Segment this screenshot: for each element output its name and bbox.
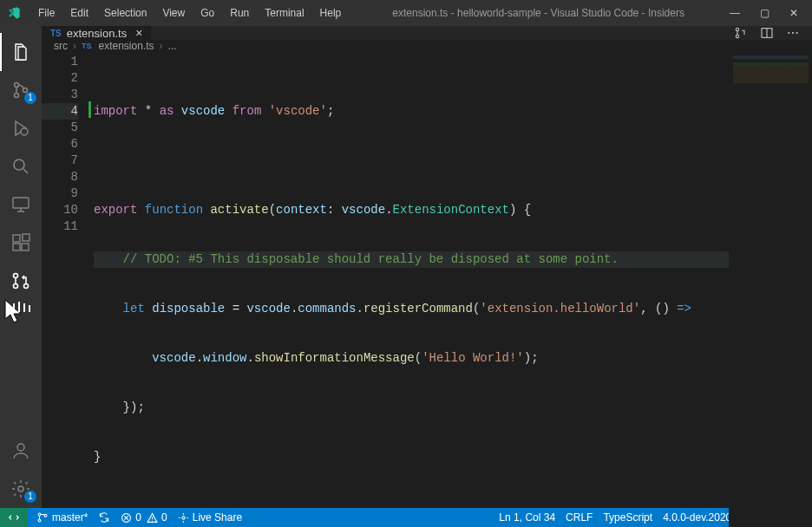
menu-selection[interactable]: Selection bbox=[97, 3, 154, 23]
svg-point-14 bbox=[18, 486, 23, 491]
breadcrumbs[interactable]: src › TS extension.ts › ... bbox=[42, 40, 812, 52]
menu-go[interactable]: Go bbox=[193, 3, 221, 23]
chevron-right-icon: › bbox=[73, 40, 76, 52]
svg-point-15 bbox=[736, 28, 738, 30]
svg-point-0 bbox=[15, 83, 19, 88]
editor-tabs: TS extension.ts × bbox=[42, 26, 812, 40]
tab-close-icon[interactable]: × bbox=[135, 26, 142, 40]
minimize-icon[interactable]: — bbox=[729, 7, 741, 19]
menu-edit[interactable]: Edit bbox=[63, 3, 95, 23]
svg-point-21 bbox=[38, 513, 41, 516]
svg-point-18 bbox=[788, 32, 789, 34]
scm-badge: 1 bbox=[24, 92, 36, 104]
svg-point-19 bbox=[792, 32, 794, 34]
remote-indicator[interactable] bbox=[0, 508, 28, 527]
diff-added-indicator bbox=[88, 101, 91, 118]
typescript-icon: TS bbox=[50, 29, 62, 38]
code-content[interactable]: import * as vscode from 'vscode'; export… bbox=[94, 52, 729, 527]
menu-terminal[interactable]: Terminal bbox=[258, 3, 311, 23]
menu-bar: File Edit Selection View Go Run Terminal… bbox=[31, 3, 348, 23]
app-logo-icon bbox=[7, 5, 23, 21]
svg-rect-5 bbox=[13, 198, 29, 208]
typescript-icon: TS bbox=[82, 42, 92, 50]
tab-extension-ts[interactable]: TS extension.ts × bbox=[42, 26, 152, 40]
more-actions-icon[interactable] bbox=[786, 26, 800, 40]
breadcrumb-more[interactable]: ... bbox=[168, 40, 177, 52]
extensions-icon[interactable] bbox=[0, 224, 42, 262]
title-bar: File Edit Selection View Go Run Terminal… bbox=[0, 0, 812, 26]
svg-point-16 bbox=[736, 35, 738, 37]
menu-help[interactable]: Help bbox=[313, 3, 349, 23]
svg-point-11 bbox=[14, 284, 18, 289]
split-editor-icon[interactable] bbox=[760, 26, 774, 40]
close-icon[interactable]: ✕ bbox=[788, 7, 800, 19]
menu-file[interactable]: File bbox=[31, 3, 62, 23]
window-title: extension.ts - helloworld-sample - Visua… bbox=[348, 7, 729, 19]
remote-explorer-icon[interactable] bbox=[0, 185, 42, 224]
svg-point-20 bbox=[796, 32, 798, 34]
tab-label: extension.ts bbox=[67, 27, 127, 40]
svg-point-4 bbox=[14, 159, 24, 170]
compare-changes-icon[interactable] bbox=[734, 26, 748, 40]
svg-point-2 bbox=[23, 88, 28, 93]
accounts-icon[interactable] bbox=[0, 432, 42, 470]
line-gutter: 1 2 3 4 5 6 7 8 9 10 11 bbox=[42, 52, 94, 527]
breadcrumb-folder[interactable]: src bbox=[54, 40, 68, 52]
menu-run[interactable]: Run bbox=[223, 3, 256, 23]
activity-bar: 1 1 bbox=[0, 26, 42, 508]
svg-point-3 bbox=[21, 128, 28, 135]
explorer-icon[interactable] bbox=[0, 33, 42, 71]
code-editor[interactable]: 1 2 3 4 5 6 7 8 9 10 11 import * as vsco… bbox=[42, 52, 812, 527]
settings-gear-icon[interactable]: 1 bbox=[0, 470, 42, 508]
breadcrumb-file[interactable]: extension.ts bbox=[99, 40, 154, 52]
run-debug-icon[interactable] bbox=[0, 109, 42, 147]
svg-point-13 bbox=[17, 444, 24, 451]
minimap[interactable] bbox=[729, 52, 812, 527]
source-control-icon[interactable]: 1 bbox=[0, 71, 42, 109]
svg-rect-8 bbox=[22, 244, 29, 250]
menu-view[interactable]: View bbox=[155, 3, 192, 23]
svg-rect-6 bbox=[13, 235, 20, 242]
editor-area: TS extension.ts × src › TS extension.ts bbox=[42, 26, 812, 508]
window-controls: — ▢ ✕ bbox=[729, 7, 805, 19]
svg-rect-9 bbox=[23, 234, 29, 241]
chevron-right-icon: › bbox=[160, 40, 163, 52]
github-pr-icon[interactable] bbox=[0, 262, 42, 300]
maximize-icon[interactable]: ▢ bbox=[758, 7, 770, 19]
svg-point-10 bbox=[14, 274, 18, 278]
svg-point-12 bbox=[24, 284, 29, 289]
settings-badge: 1 bbox=[24, 491, 36, 503]
search-icon[interactable] bbox=[0, 147, 42, 185]
svg-rect-7 bbox=[13, 244, 20, 250]
svg-point-22 bbox=[38, 519, 41, 522]
svg-point-1 bbox=[15, 94, 19, 98]
